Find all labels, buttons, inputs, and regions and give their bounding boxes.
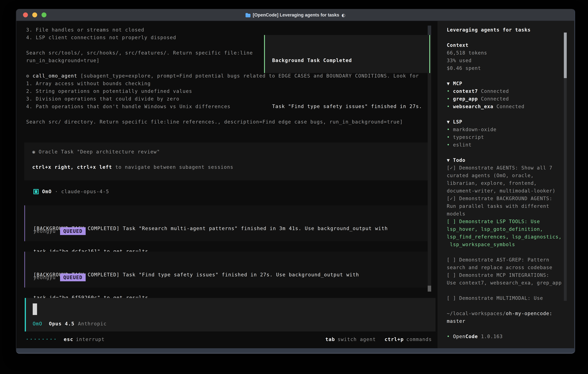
text-line [447,149,562,156]
tab-key-hint: tab [326,337,335,342]
window-bottom-edge [16,348,574,353]
input-agent-name: OmO [33,321,42,327]
message-meta: yeongyu QUEUED [33,273,86,281]
text-line: [✓] Demonstrate BACKGROUND AGENTS: [447,195,562,202]
text-line [447,287,562,294]
text-line [447,325,562,333]
ctrlp-key-label: commands [406,337,432,342]
message-meta: yeongyu QUEUED [33,227,86,235]
background-task-notification: Background Task Completed Task "Find typ… [264,35,430,73]
oracle-task-box: ◉ Oracle Task "Deep architecture review"… [24,143,431,180]
model-row: OmO Opus 4.5 Anthropic [33,320,107,328]
notification-title: Background Task Completed [272,57,422,64]
main-pane: 3. File handles or streams not closed4. … [16,21,436,348]
text-line: Leveraging agents for tasks [447,26,562,34]
ctrlp-key-hint: ctrl+p [385,337,404,342]
main-scrollbar-top-segment[interactable] [428,26,431,35]
sidebar-content: Leveraging agents for tasks Context66,51… [447,26,562,340]
text-line [447,34,562,41]
message-user: yeongyu [33,228,56,234]
main-scrollbar-track[interactable] [428,35,431,291]
text-line: $0.46 spent [447,64,562,72]
text-line: ▼ MCP [447,80,562,87]
text-line: lsp_hover, lsp_goto_definition, [447,225,562,233]
window-title: [OpenCode] Leveraging agents for tasks ◐ [16,9,574,21]
text-line [447,302,562,310]
session-state-icon: ◐ [342,13,345,18]
text-line: • markdown-oxide [447,126,562,133]
window-content: 3. File handles or streams not closed4. … [16,21,574,348]
text-line: 33% used [447,57,562,64]
input-model-name: Opus 4.5 [49,321,74,327]
prompt-input[interactable]: OmO Opus 4.5 Anthropic [25,298,435,332]
status-bar-right: tab switch agent ctrl+p commands [326,337,432,342]
tab-key-label: switch agent [337,337,376,342]
titlebar: [OpenCode] Leveraging agents for tasks ◐ [16,9,574,21]
oracle-task-text: ◉ Oracle Task "Deep architecture review"… [32,148,233,171]
queued-status-badge: QUEUED [60,227,85,235]
text-line: Context [447,41,562,49]
queued-status-badge: QUEUED [60,273,85,281]
text-line: • OpenCode 1.0.163 [447,333,562,340]
text-line: models [447,210,562,218]
text-line: • eslint [447,141,562,149]
text-line [447,248,562,256]
text-line [32,156,233,163]
text-line: document-writer, multimodal-looker) [447,187,562,195]
text-line: master [447,317,562,325]
text-line: ▼ LSP [447,118,562,126]
screenshot-root: [OpenCode] Leveraging agents for tasks ◐… [0,0,588,374]
text-line: [✓] Demonstrate AGENTS: Show all 7 [447,164,562,172]
text-line: [ ] Demonstrate MULTIMODAL: Use [447,294,562,302]
text-line: • context7 Connected [447,87,562,95]
text-cursor [33,303,37,315]
omo-agent-icon [33,189,39,194]
text-line: ctrl+x right, ctrl+x left to navigate be… [32,163,233,171]
message-user: yeongyu [33,275,56,280]
notification-body: Task "Find type safety issues" finished … [272,103,422,110]
text-line: search and replace across codebase [447,264,562,271]
main-scrollbar-thumb[interactable] [428,286,431,291]
sidebar: Leveraging agents for tasks Context66,51… [438,21,574,348]
window-title-text: [OpenCode] Leveraging agents for tasks [253,12,339,18]
text-line: • grep_app Connected [447,95,562,103]
esc-key-label: interrupt [76,337,105,342]
text-line [447,110,562,118]
text-line: • websearch_exa Connected [447,103,562,110]
background-task-message: [BACKGROUND TASK COMPLETED] Task "Find t… [24,252,431,288]
text-line: lsp_workspace_symbols [447,241,562,248]
message-line-1: [BACKGROUND TASK COMPLETED] Task "Resear… [33,225,388,232]
text-line: ◉ Oracle Task "Deep architecture review" [32,148,233,156]
agent-model: claude-opus-4-5 [61,189,109,194]
text-line: 3. File handles or streams not closed [26,26,419,34]
agent-separator: · [55,189,58,194]
text-line: librarian, explore, frontend, [447,179,562,187]
agent-name: OmO [42,189,52,194]
text-line: [ ] Demonstrate AST-GREP: Pattern [447,256,562,264]
esc-key-hint: esc [64,337,73,342]
text-line: curated agents (OmO, oracle, [447,172,562,179]
terminal-window: [OpenCode] Leveraging agents for tasks ◐… [16,9,575,353]
text-line: [ ] Demonstrate MCP INTEGRATIONS: [447,271,562,279]
text-line: lsp_find_references, lsp_diagnostics, [447,233,562,241]
folder-icon [245,13,251,17]
text-line: Run parallel tasks with different [447,202,562,210]
notification-spacer [272,80,422,87]
text-line: Use context7, websearch_exa, grep_app [447,279,562,287]
text-line: [ ] Demonstrate LSP TOOLS: Use [447,218,562,225]
text-line [447,72,562,80]
text-line: ~/local-workspaces/oh-my-opencode: [447,310,562,317]
text-line: • typescript [447,133,562,141]
sidebar-scrollbar-thumb[interactable] [564,32,567,78]
agent-header-line: OmO · claude-opus-4-5 [33,188,109,195]
text-line: ▼ Todo [447,156,562,164]
spinner-dots: •••••••• [26,337,58,342]
background-task-message: [BACKGROUND TASK COMPLETED] Task "Resear… [24,205,431,241]
text-line: 66,518 tokens [447,49,562,57]
input-model-provider: Anthropic [78,321,107,327]
status-bar: •••••••• esc interrupt tab switch agent … [16,335,436,343]
